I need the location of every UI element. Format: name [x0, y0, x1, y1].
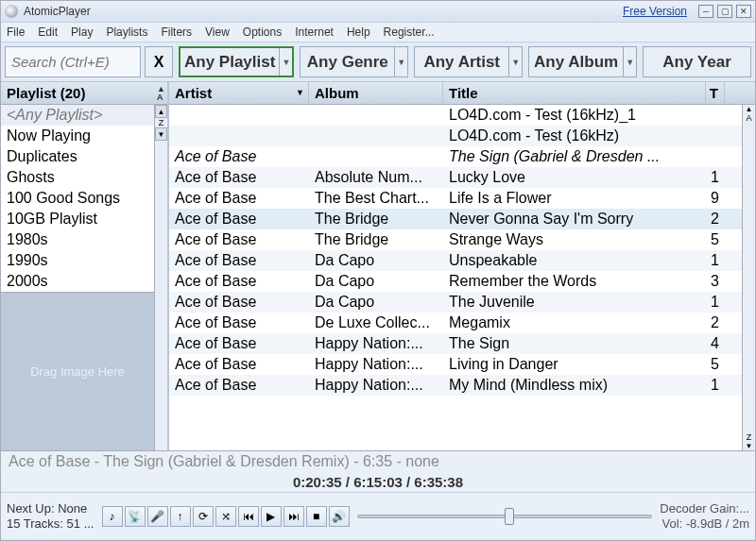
cell-album: Da Capo: [309, 250, 443, 271]
table-row[interactable]: Ace of BaseThe BridgeNever Gonna Say I'm…: [169, 209, 742, 229]
filter-playlist[interactable]: Any Playlist ▼: [179, 46, 294, 77]
table-row[interactable]: Ace of BaseHappy Nation:...The Sign4: [169, 333, 742, 354]
filter-artist[interactable]: Any Artist ▼: [414, 46, 523, 77]
cell-title: Remember the Words: [443, 271, 706, 292]
menu-play[interactable]: Play: [71, 25, 93, 39]
free-version-link[interactable]: Free Version: [623, 5, 687, 18]
cell-title: Unspeakable: [443, 250, 706, 271]
mic-icon[interactable]: 🎤: [147, 506, 168, 527]
cell-album: Absolute Num...: [309, 167, 443, 188]
table-row[interactable]: LO4D.com - Test (16kHz)_1: [169, 105, 742, 126]
note-icon[interactable]: ♪: [102, 506, 123, 527]
next-button[interactable]: ⏭: [284, 506, 304, 527]
scroll-up-icon[interactable]: ▲: [155, 105, 167, 118]
menu-internet[interactable]: Internet: [295, 25, 334, 39]
cell-artist: Ace of Base: [169, 313, 309, 333]
sidebar-item-nowplaying[interactable]: Now Playing: [1, 126, 154, 146]
cell-artist: Ace of Base: [169, 250, 309, 271]
shuffle-icon[interactable]: ⤨: [215, 506, 236, 527]
cell-album: De Luxe Collec...: [309, 313, 443, 333]
sidebar: Playlist (20) ▲A <Any Playlist> Now Play…: [1, 82, 169, 450]
up-arrow-icon[interactable]: ↑: [170, 506, 191, 527]
menu-edit[interactable]: Edit: [38, 25, 58, 39]
table-row[interactable]: Ace of BaseHappy Nation:...My Mind (Mind…: [169, 375, 742, 396]
chevron-down-icon[interactable]: ▼: [394, 47, 407, 76]
scroll-down-icon[interactable]: ▼: [155, 127, 167, 141]
table-row[interactable]: Ace of BaseDa CapoUnspeakable1: [169, 250, 742, 271]
col-title[interactable]: Title: [443, 82, 706, 104]
filter-year-label[interactable]: Any Year: [644, 47, 750, 76]
volume-icon[interactable]: 🔊: [329, 506, 350, 527]
sidebar-header[interactable]: Playlist (20) ▲A: [1, 82, 167, 105]
cell-title: The Sign (Gabriel & Dresden ...: [443, 146, 706, 167]
table-row[interactable]: Ace of BaseDa CapoRemember the Words3: [169, 271, 742, 292]
search-input[interactable]: [5, 46, 141, 77]
filter-genre-label[interactable]: Any Genre: [301, 47, 394, 76]
scroll-down-icon[interactable]: ▼: [743, 442, 755, 450]
menu-options[interactable]: Options: [243, 25, 282, 39]
maximize-button[interactable]: ▢: [717, 5, 732, 18]
table-row[interactable]: Ace of BaseThe Sign (Gabriel & Dresden .…: [169, 146, 742, 167]
chevron-down-icon[interactable]: ▼: [508, 47, 522, 76]
menu-view[interactable]: View: [205, 25, 230, 39]
bottom-bar: Next Up: None 15 Tracks: 51 ... ♪ 📡 🎤 ↑ …: [1, 492, 755, 539]
chevron-down-icon[interactable]: ▼: [279, 48, 292, 76]
cell-track: 1: [706, 167, 725, 188]
filter-artist-label[interactable]: Any Artist: [415, 47, 508, 76]
filter-album[interactable]: Any Album ▼: [528, 46, 637, 77]
tracks-body: LO4D.com - Test (16kHz)_1LO4D.com - Test…: [169, 105, 742, 450]
table-row[interactable]: Ace of BaseHappy Nation:...Living in Dan…: [169, 354, 742, 375]
menu-filters[interactable]: Filters: [161, 25, 192, 39]
slider-thumb[interactable]: [505, 508, 514, 525]
menu-playlists[interactable]: Playlists: [106, 25, 147, 39]
cell-artist: Ace of Base: [169, 188, 309, 209]
cell-album: [309, 126, 443, 146]
tracks-header: Artist ▼ Album Title T: [169, 82, 755, 105]
filter-genre[interactable]: Any Genre ▼: [300, 46, 408, 77]
sidebar-item-2000s[interactable]: 2000s: [1, 271, 154, 292]
album-art-dropzone[interactable]: Drag Image Here: [1, 293, 154, 450]
cell-title: Strange Ways: [443, 229, 706, 250]
table-row[interactable]: Ace of BaseDa CapoThe Juvenile1: [169, 292, 742, 313]
sidebar-item-1990s[interactable]: 1990s: [1, 250, 154, 271]
table-row[interactable]: LO4D.com - Test (16kHz): [169, 126, 742, 146]
cell-title: The Sign: [443, 333, 706, 354]
sidebar-scrollbar[interactable]: ▲ Z ▼: [154, 105, 167, 450]
col-t[interactable]: T: [706, 82, 725, 104]
seek-slider[interactable]: [357, 509, 653, 524]
sidebar-item-ghosts[interactable]: Ghosts: [1, 167, 154, 188]
chevron-down-icon[interactable]: ▼: [623, 47, 636, 76]
cell-artist: Ace of Base: [169, 146, 309, 167]
sidebar-item-any[interactable]: <Any Playlist>: [1, 105, 154, 126]
repeat-icon[interactable]: ⟳: [193, 506, 214, 527]
broadcast-icon[interactable]: 📡: [125, 506, 146, 527]
scroll-up-icon[interactable]: ▲: [743, 105, 755, 113]
prev-button[interactable]: ⏮: [238, 506, 259, 527]
stop-button[interactable]: ■: [306, 506, 327, 527]
play-button[interactable]: ▶: [261, 506, 282, 527]
filter-playlist-label[interactable]: Any Playlist: [180, 48, 279, 76]
sort-desc-icon: ▼: [296, 88, 304, 97]
table-row[interactable]: Ace of BaseThe Best Chart...Life Is a Fl…: [169, 188, 742, 209]
cell-album: [309, 146, 443, 167]
cell-track: 5: [706, 229, 725, 250]
table-row[interactable]: Ace of BaseDe Luxe Collec...Megamix2: [169, 313, 742, 333]
sidebar-item-1980s[interactable]: 1980s: [1, 229, 154, 250]
table-row[interactable]: Ace of BaseAbsolute Num...Lucky Love1: [169, 167, 742, 188]
menu-help[interactable]: Help: [347, 25, 370, 39]
sidebar-item-duplicates[interactable]: Duplicates: [1, 146, 154, 167]
sidebar-item-100good[interactable]: 100 Good Songs: [1, 188, 154, 209]
minimize-button[interactable]: ─: [698, 5, 713, 18]
control-buttons: ♪ 📡 🎤 ↑ ⟳ ⤨ ⏮ ▶ ⏭ ■ 🔊: [102, 506, 350, 527]
tracks-scrollbar[interactable]: ▲ A Z ▼: [742, 105, 755, 450]
sidebar-item-10gb[interactable]: 10GB Playlist: [1, 209, 154, 229]
col-artist[interactable]: Artist ▼: [169, 82, 309, 104]
filter-album-label[interactable]: Any Album: [529, 47, 623, 76]
menu-file[interactable]: File: [7, 25, 25, 39]
menu-register[interactable]: Register...: [384, 25, 435, 39]
table-row[interactable]: Ace of BaseThe BridgeStrange Ways5: [169, 229, 742, 250]
filter-year[interactable]: Any Year: [643, 46, 751, 77]
close-button[interactable]: ✕: [736, 5, 751, 18]
search-clear-button[interactable]: X: [145, 46, 173, 77]
col-album[interactable]: Album: [309, 82, 443, 104]
